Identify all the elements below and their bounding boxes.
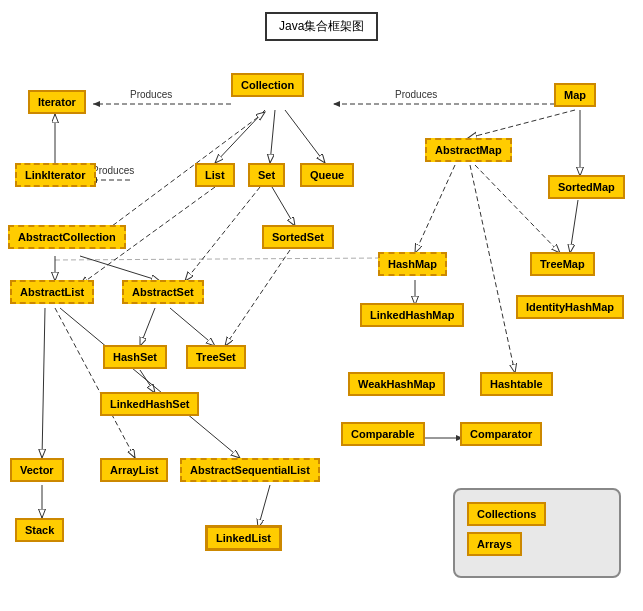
node-comparator: Comparator [460,422,542,446]
node-treeset: TreeSet [186,345,246,369]
node-collection: Collection [231,73,304,97]
node-sortedset: SortedSet [262,225,334,249]
svg-line-21 [570,200,578,253]
node-collections: Collections [467,502,546,526]
svg-line-12 [100,112,265,235]
title-text: Java集合框架图 [279,19,364,33]
svg-line-26 [140,370,155,393]
node-linkedhashset: LinkedHashSet [100,392,199,416]
svg-line-9 [285,110,325,163]
diagram: Produces Produces Produces [0,0,643,611]
produces-label-3: Produces [92,165,134,176]
svg-line-23 [140,308,155,346]
node-linkedhashmap: LinkedHashMap [360,303,464,327]
node-arrays: Arrays [467,532,522,556]
node-weakhashmap: WeakHashMap [348,372,445,396]
node-abstractlist: AbstractList [10,280,94,304]
node-sortedmap: SortedMap [548,175,625,199]
svg-line-8 [270,110,275,163]
produces-label-1: Produces [130,89,172,100]
node-linkedlist: LinkedList [205,525,282,551]
node-abstractset: AbstractSet [122,280,204,304]
node-set: Set [248,163,285,187]
node-abstractmap: AbstractMap [425,138,512,162]
svg-line-29 [55,308,135,458]
svg-line-10 [468,110,575,138]
node-queue: Queue [300,163,354,187]
svg-line-28 [42,308,45,458]
node-linkiterator: LinkIterator [15,163,96,187]
svg-line-17 [185,187,260,281]
svg-line-14 [80,256,160,281]
legend-box: Collections Arrays [453,488,621,578]
node-vector: Vector [10,458,64,482]
svg-line-24 [170,308,215,346]
node-iterator: Iterator [28,90,86,114]
svg-line-20 [470,165,515,373]
svg-line-27 [60,308,240,458]
node-map: Map [554,83,596,107]
svg-line-33 [55,258,385,260]
node-abstractsequentiallist: AbstractSequentialList [180,458,320,482]
node-stack: Stack [15,518,64,542]
svg-line-7 [215,110,265,163]
svg-line-22 [225,250,290,346]
node-abstractcollection: AbstractCollection [8,225,126,249]
node-treemap: TreeMap [530,252,595,276]
node-list: List [195,163,235,187]
produces-label-2: Produces [395,89,437,100]
svg-line-30 [258,485,270,528]
node-arraylist: ArrayList [100,458,168,482]
node-hashmap: HashMap [378,252,447,276]
node-hashset: HashSet [103,345,167,369]
title-box: Java集合框架图 [265,12,378,41]
node-comparable: Comparable [341,422,425,446]
svg-line-16 [272,187,295,226]
node-hashtable: Hashtable [480,372,553,396]
node-identityhashmap: IdentityHashMap [516,295,624,319]
svg-line-18 [415,165,455,253]
